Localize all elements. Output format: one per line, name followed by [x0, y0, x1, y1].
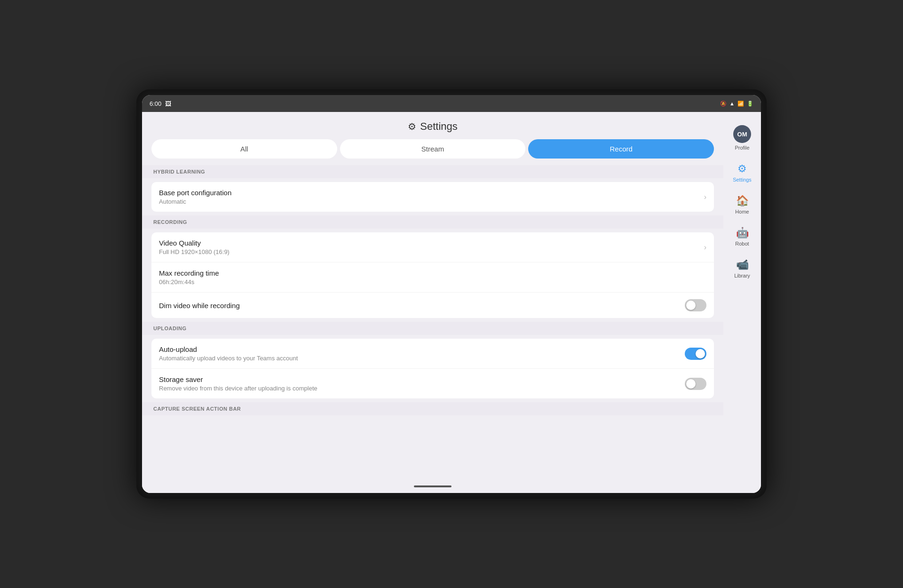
toggle-knob-dim-video — [686, 301, 696, 310]
setting-storage-saver-title: Storage saver — [159, 375, 317, 383]
tab-record[interactable]: Record — [528, 139, 714, 159]
home-indicator — [414, 485, 452, 487]
setting-max-recording-time-title: Max recording time — [159, 269, 219, 277]
sidebar-item-robot[interactable]: 🤖 Robot — [726, 223, 759, 250]
sidebar-item-label-home: Home — [735, 209, 749, 215]
setting-storage-saver-subtitle: Remove video from this device after uplo… — [159, 385, 317, 392]
settings-gear-icon: ⚙ — [408, 121, 416, 132]
setting-dim-video[interactable]: Dim video while recording — [151, 293, 714, 318]
sidebar-item-home[interactable]: 🏠 Home — [726, 191, 759, 218]
tablet-frame: 6:00 🖼 🔕 ▲ 📶 🔋 ⚙ Settings A — [136, 89, 767, 499]
signal-icon: ▲ — [729, 101, 735, 106]
section-capture-screen: CAPTURE SCREEN ACTION BAR — [151, 402, 714, 415]
setting-max-recording-time-subtitle: 06h:20m:44s — [159, 278, 219, 286]
battery-icon: 🔋 — [747, 101, 753, 107]
settings-group-uploading: Auto-upload Automatically upload videos … — [151, 339, 714, 398]
section-hybrid-learning: HYBRID LEARNING Base port configuration … — [151, 165, 714, 212]
sidebar-item-label-library: Library — [734, 273, 750, 278]
setting-base-port-left: Base port configuration Automatic — [159, 189, 231, 205]
section-header-uploading: UPLOADING — [142, 322, 723, 335]
home-icon: 🏠 — [736, 195, 749, 207]
setting-auto-upload-title: Auto-upload — [159, 345, 298, 353]
photo-icon: 🖼 — [165, 100, 171, 107]
status-bar-left: 6:00 🖼 — [150, 100, 171, 107]
avatar-text: OM — [737, 131, 747, 138]
setting-auto-upload-left: Auto-upload Automatically upload videos … — [159, 345, 298, 362]
page-title: Settings — [420, 120, 458, 133]
mute-icon: 🔕 — [720, 101, 727, 107]
toggle-knob-storage-saver — [686, 379, 696, 389]
chevron-icon-base-port: › — [704, 193, 706, 201]
toggle-auto-upload[interactable] — [685, 348, 706, 360]
setting-video-quality[interactable]: Video Quality Full HD 1920×1080 (16:9) › — [151, 232, 714, 262]
sidebar-item-label-settings: Settings — [733, 177, 752, 183]
toggle-knob-auto-upload — [696, 349, 705, 358]
avatar: OM — [733, 125, 751, 143]
setting-video-quality-subtitle: Full HD 1920×1080 (16:9) — [159, 248, 230, 255]
sidebar-nav: OM Profile ⚙ Settings 🏠 Home 🤖 Robot — [723, 112, 761, 493]
main-area: ⚙ Settings All Stream Record HYBRID LEAR… — [142, 112, 761, 493]
robot-icon: 🤖 — [736, 227, 749, 239]
tab-bar: All Stream Record — [142, 139, 723, 165]
setting-storage-saver-left: Storage saver Remove video from this dev… — [159, 375, 317, 392]
section-header-capture: CAPTURE SCREEN ACTION BAR — [142, 402, 723, 415]
setting-max-recording-time-left: Max recording time 06h:20m:44s — [159, 269, 219, 286]
setting-dim-video-left: Dim video while recording — [159, 302, 240, 310]
sidebar-item-profile[interactable]: OM Profile — [726, 121, 759, 154]
setting-base-port-subtitle: Automatic — [159, 198, 231, 205]
time-display: 6:00 — [150, 100, 161, 107]
setting-base-port[interactable]: Base port configuration Automatic › — [151, 182, 714, 212]
setting-max-recording-time: Max recording time 06h:20m:44s — [151, 262, 714, 293]
content-area: ⚙ Settings All Stream Record HYBRID LEAR… — [142, 112, 723, 493]
setting-video-quality-title: Video Quality — [159, 239, 230, 247]
settings-group-hybrid: Base port configuration Automatic › — [151, 182, 714, 212]
section-header-recording: RECORDING — [142, 215, 723, 229]
toggle-dim-video[interactable] — [685, 299, 706, 311]
status-bar-right: 🔕 ▲ 📶 🔋 — [720, 101, 753, 107]
tablet-screen: 6:00 🖼 🔕 ▲ 📶 🔋 ⚙ Settings A — [142, 95, 761, 493]
toggle-storage-saver[interactable] — [685, 378, 706, 390]
gear-icon: ⚙ — [737, 163, 747, 175]
setting-auto-upload[interactable]: Auto-upload Automatically upload videos … — [151, 339, 714, 369]
bottom-bar — [142, 480, 723, 493]
settings-group-recording: Video Quality Full HD 1920×1080 (16:9) ›… — [151, 232, 714, 318]
sidebar-item-settings[interactable]: ⚙ Settings — [726, 159, 759, 186]
setting-dim-video-title: Dim video while recording — [159, 302, 240, 310]
tab-stream[interactable]: Stream — [340, 139, 526, 159]
section-recording: RECORDING Video Quality Full HD 1920×108… — [151, 215, 714, 318]
section-uploading: UPLOADING Auto-upload Automatically uplo… — [151, 322, 714, 398]
setting-base-port-title: Base port configuration — [159, 189, 231, 197]
sidebar-item-label-robot: Robot — [735, 241, 749, 246]
tab-all[interactable]: All — [151, 139, 337, 159]
setting-storage-saver[interactable]: Storage saver Remove video from this dev… — [151, 369, 714, 398]
library-icon: 📹 — [736, 259, 749, 271]
section-header-hybrid: HYBRID LEARNING — [142, 165, 723, 178]
chevron-icon-video-quality: › — [704, 243, 706, 252]
setting-auto-upload-subtitle: Automatically upload videos to your Team… — [159, 355, 298, 362]
settings-scroll[interactable]: HYBRID LEARNING Base port configuration … — [142, 165, 723, 480]
sidebar-item-label-profile: Profile — [735, 145, 749, 151]
setting-video-quality-left: Video Quality Full HD 1920×1080 (16:9) — [159, 239, 230, 255]
sidebar-item-library[interactable]: 📹 Library — [726, 255, 759, 282]
status-bar: 6:00 🖼 🔕 ▲ 📶 🔋 — [142, 95, 761, 112]
wifi-icon: 📶 — [737, 101, 744, 107]
page-header: ⚙ Settings — [142, 112, 723, 139]
